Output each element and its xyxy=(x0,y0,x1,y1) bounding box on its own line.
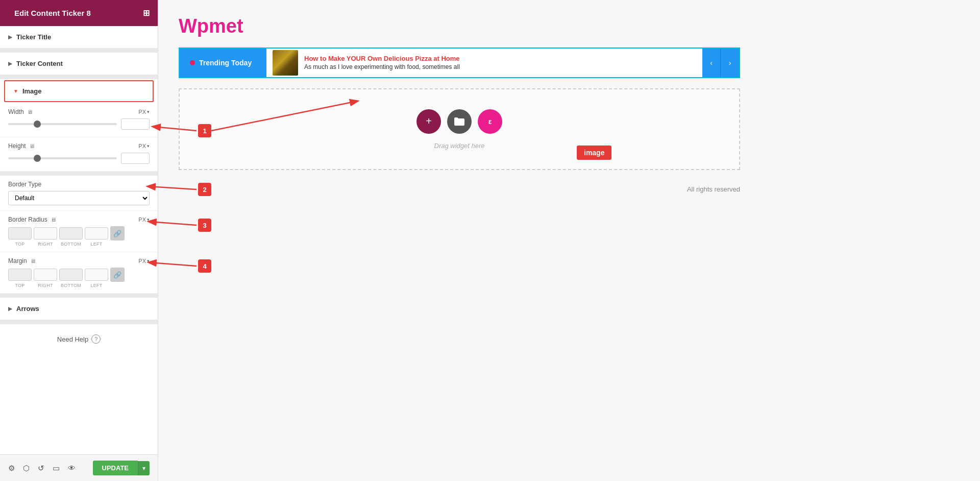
height-slider[interactable] xyxy=(8,157,117,159)
responsive-icon[interactable]: ▭ xyxy=(53,464,60,473)
margin-bottom[interactable]: 0 xyxy=(59,269,83,281)
ticker-title-arrow: ▶ xyxy=(8,34,12,40)
sidebar: Edit Content Ticker 8 ⊞ ▶ Ticker Title ▶… xyxy=(0,0,158,481)
ticker-prev-button[interactable]: ‹ xyxy=(702,49,721,77)
border-radius-monitor-icon: 🖥 xyxy=(51,217,56,223)
height-monitor-icon: 🖥 xyxy=(29,143,35,149)
margin-right[interactable]: 20 xyxy=(34,269,57,281)
add-widget-button[interactable]: + xyxy=(416,109,441,134)
update-btn-group: UPDATE ▾ xyxy=(93,461,150,475)
settings-icon[interactable]: ⚙ xyxy=(8,464,15,473)
divider-1 xyxy=(0,49,158,53)
grid-icon[interactable]: ⊞ xyxy=(143,8,150,18)
divider-5 xyxy=(0,320,158,324)
divider-2 xyxy=(0,75,158,79)
image-arrow: ▼ xyxy=(13,88,18,94)
height-label: Height 🖥 xyxy=(8,142,35,150)
templates-button[interactable] xyxy=(447,109,472,134)
divider-4 xyxy=(0,294,158,298)
ticker-dot xyxy=(190,60,195,65)
ticker-label-area: Trending Today xyxy=(180,49,266,77)
border-radius-group: Border Radius 🖥 PX ▾ 5 5 5 5 🔗 TOPRIGHT xyxy=(0,211,158,252)
divider-3 xyxy=(0,172,158,176)
sidebar-body: ▶ Ticker Title ▶ Ticker Content ▼ Image … xyxy=(0,26,158,454)
sidebar-item-ticker-title[interactable]: ▶ Ticker Title xyxy=(0,26,158,49)
need-help[interactable]: Need Help ? xyxy=(0,324,158,354)
ticker-content-label: Ticker Content xyxy=(16,60,63,67)
sidebar-item-arrows[interactable]: ▶ Arrows xyxy=(0,298,158,320)
ticker-image xyxy=(273,50,298,76)
sidebar-item-ticker-content[interactable]: ▶ Ticker Content xyxy=(0,53,158,75)
border-radius-sublabels: TOPRIGHTBOTTOMLEFT xyxy=(8,242,150,247)
margin-group: Margin 🖥 PX ▾ 0 20 0 20 🔗 TOPRIGHTBOTTO xyxy=(0,252,158,294)
border-radius-label: Border Radius 🖥 xyxy=(8,216,56,223)
arrows-arrow: ▶ xyxy=(8,306,12,311)
layers-icon[interactable]: ⬡ xyxy=(23,464,30,473)
width-group: Width 🖥 PX ▾ 50 xyxy=(0,103,158,137)
width-monitor-icon: 🖥 xyxy=(27,109,33,115)
width-slider[interactable] xyxy=(8,123,117,125)
drag-widget-area[interactable]: + ε Drag widget here xyxy=(179,88,740,170)
sidebar-header: Edit Content Ticker 8 ⊞ xyxy=(0,0,158,26)
preview-icon[interactable]: 👁 xyxy=(68,464,76,472)
ticker-next-button[interactable]: › xyxy=(721,49,739,77)
border-radius-bottom[interactable]: 5 xyxy=(59,227,83,239)
margin-label: Margin 🖥 xyxy=(8,257,36,264)
elementor-button[interactable]: ε xyxy=(478,109,502,134)
border-radius-inputs: 5 5 5 5 xyxy=(8,227,108,239)
height-input[interactable]: 50 xyxy=(121,153,150,164)
border-radius-unit[interactable]: PX ▾ xyxy=(138,217,150,223)
sidebar-item-image[interactable]: ▼ Image xyxy=(4,80,154,102)
margin-top[interactable]: 0 xyxy=(8,269,32,281)
border-type-label: Border Type xyxy=(8,181,41,188)
ticker-title-label: Ticker Title xyxy=(16,33,51,41)
height-unit[interactable]: PX ▾ xyxy=(138,143,150,149)
sidebar-footer: ⚙ ⬡ ↺ ▭ 👁 UPDATE ▾ xyxy=(0,454,158,481)
image-annotation-badge: image xyxy=(577,146,611,160)
border-type-group: Border Type Default None Solid Dashed Do… xyxy=(0,176,158,211)
ticker-content-arrow: ▶ xyxy=(8,61,12,66)
margin-monitor-icon: 🖥 xyxy=(30,258,36,264)
help-icon: ? xyxy=(91,334,101,344)
margin-link-btn[interactable]: 🔗 xyxy=(110,268,125,282)
ticker-subtext: As much as I love experimenting with foo… xyxy=(304,63,696,71)
drag-icons: + ε xyxy=(416,109,502,134)
main-content: Wpmet Trending Today How to Make YOUR Ow… xyxy=(158,0,980,481)
border-type-select[interactable]: Default None Solid Dashed Dotted Double xyxy=(8,191,150,205)
need-help-label: Need Help xyxy=(57,335,88,343)
update-arrow-button[interactable]: ▾ xyxy=(138,461,150,475)
image-section-label: Image xyxy=(22,87,42,95)
ticker-label-text: Trending Today xyxy=(199,59,252,67)
arrows-label: Arrows xyxy=(16,305,39,312)
margin-inputs: 0 20 0 20 xyxy=(8,269,108,281)
width-unit[interactable]: PX ▾ xyxy=(138,109,150,115)
update-button[interactable]: UPDATE xyxy=(93,461,138,475)
footer-rights: All rights reserved xyxy=(179,185,740,193)
footer-icons: ⚙ ⬡ ↺ ▭ 👁 xyxy=(8,464,76,473)
margin-left[interactable]: 20 xyxy=(85,269,108,281)
border-radius-left[interactable]: 5 xyxy=(85,227,108,239)
sidebar-title: Edit Content Ticker 8 xyxy=(14,9,91,17)
drag-label: Drag widget here xyxy=(434,142,485,150)
height-group: Height 🖥 PX ▾ 50 xyxy=(0,137,158,172)
width-label: Width 🖥 xyxy=(8,108,33,115)
margin-unit[interactable]: PX ▾ xyxy=(138,258,150,264)
ticker-content-area: How to Make YOUR Own Delicious Pizza at … xyxy=(266,49,702,77)
history-icon[interactable]: ↺ xyxy=(38,464,44,473)
border-radius-link-btn[interactable]: 🔗 xyxy=(110,226,125,240)
ticker-nav: ‹ › xyxy=(702,49,739,77)
width-input[interactable]: 50 xyxy=(121,118,150,130)
border-radius-right[interactable]: 5 xyxy=(34,227,57,239)
ticker-text-block: How to Make YOUR Own Delicious Pizza at … xyxy=(304,55,696,71)
ticker-widget: Trending Today How to Make YOUR Own Deli… xyxy=(179,47,740,78)
border-radius-top[interactable]: 5 xyxy=(8,227,32,239)
margin-sublabels: TOPRIGHTBOTTOMLEFT xyxy=(8,283,150,288)
ticker-headline: How to Make YOUR Own Delicious Pizza at … xyxy=(304,55,696,63)
page-title: Wpmet xyxy=(179,15,960,37)
